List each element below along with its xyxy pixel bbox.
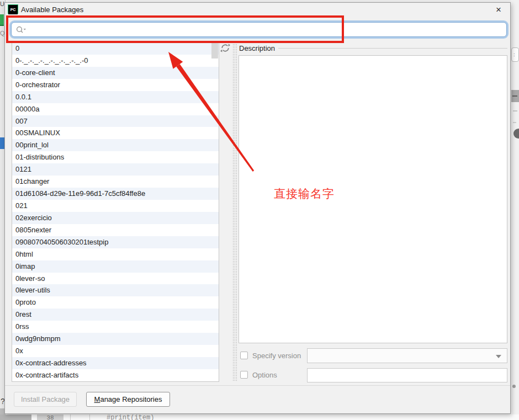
package-list-item[interactable]: 0html xyxy=(12,248,219,260)
package-name: 0-orchestrator xyxy=(15,81,60,89)
package-list-item[interactable]: 0-._.-._.-._.-._.-._.-._.-0 xyxy=(12,55,219,67)
package-name: 0x xyxy=(15,347,23,355)
package-list-item[interactable]: 0 xyxy=(12,42,219,55)
package-list-item[interactable]: 01d61084-d29e-11e9-96d1-7c5cf84ffe8e xyxy=(12,188,219,200)
package-name: 0rss xyxy=(15,322,29,331)
background-selection-fragment xyxy=(0,137,4,149)
package-name: 0imap xyxy=(15,262,35,270)
package-list-item[interactable]: 0.0.1 xyxy=(12,91,219,103)
background-editor-strip: 38 #print(item) xyxy=(0,414,519,420)
package-list-item[interactable]: 0imap xyxy=(12,260,219,273)
package-name: 090807040506030201testpip xyxy=(15,238,108,246)
package-name: 021 xyxy=(15,201,28,210)
package-list-item[interactable]: 0-core-client xyxy=(12,67,219,79)
package-list-item[interactable]: 0121 xyxy=(12,163,219,176)
search-icon[interactable] xyxy=(15,25,27,34)
options-input[interactable] xyxy=(307,368,507,382)
description-header-rule xyxy=(278,48,507,49)
package-list-item[interactable]: 0x xyxy=(12,345,219,357)
package-name: 01d61084-d29e-11e9-96d1-7c5cf84ffe8e xyxy=(15,189,145,198)
package-list-item[interactable]: 00SMALINUX xyxy=(12,127,219,139)
editor-gutter-divider xyxy=(70,414,71,420)
background-dot-fragment xyxy=(512,385,516,388)
dialog-titlebar[interactable]: PC Available Packages × xyxy=(5,3,510,17)
search-input[interactable] xyxy=(29,24,506,35)
background-tick-fragment xyxy=(513,122,516,123)
package-list-item[interactable]: 0rss xyxy=(12,321,219,333)
package-name: 0html xyxy=(15,250,33,258)
package-list-item[interactable]: 021 xyxy=(12,200,219,212)
pycharm-icon: PC xyxy=(8,5,18,14)
package-list-item[interactable]: 0805nexter xyxy=(12,224,219,236)
package-name: 00000a xyxy=(15,105,39,113)
package-name: 01changer xyxy=(15,177,49,185)
package-list-item[interactable]: 0lever-so xyxy=(12,273,219,285)
package-list: 0 0-._.-._.-._.-._.-._.-._.-0 0-core-cli… xyxy=(12,42,219,381)
package-name: 0-core-client xyxy=(15,68,55,77)
list-scrollbar-thumb[interactable] xyxy=(211,43,218,59)
chevron-down-icon xyxy=(496,355,501,358)
close-icon[interactable]: × xyxy=(492,4,505,16)
package-list-item[interactable]: 01-distributions xyxy=(12,151,219,163)
screen: Us Q ? : 38 #print(item) PC Available Pa… xyxy=(0,0,519,420)
package-list-item[interactable]: 0wdg9nbmpm xyxy=(12,333,219,345)
description-content xyxy=(239,55,507,343)
package-name: 0lever-utils xyxy=(15,286,50,294)
package-name: 0121 xyxy=(15,165,31,173)
package-name: 00print_lol xyxy=(15,141,49,149)
version-select[interactable] xyxy=(307,348,507,363)
package-name: 00SMALINUX xyxy=(15,129,60,137)
package-name: 0805nexter xyxy=(15,226,51,234)
background-tick-fragment xyxy=(513,110,517,111)
package-list-item[interactable]: 00print_lol xyxy=(12,139,219,151)
package-list-item[interactable]: 0x-contract-artifacts xyxy=(12,369,219,381)
package-search-field[interactable] xyxy=(11,22,507,37)
package-list-item[interactable]: 0lever-utils xyxy=(12,284,219,296)
package-list-item[interactable]: 0x-contract-addresses xyxy=(12,357,219,369)
description-label: Description xyxy=(239,44,275,52)
package-list-item[interactable]: 007 xyxy=(12,115,219,127)
package-list-item[interactable]: 02exercicio xyxy=(12,212,219,224)
specify-version-label: Specify version xyxy=(252,352,301,360)
background-scrollbar-fragment xyxy=(511,90,519,102)
package-name: 0proto xyxy=(15,298,36,306)
package-list-item[interactable]: 090807040506030201testpip xyxy=(12,236,219,248)
manage-repositories-mnemonic: M xyxy=(94,395,100,403)
package-name: 0-._.-._.-._.-._.-._.-._.-0 xyxy=(15,56,88,65)
editor-code-fragment: #print(item) xyxy=(107,414,154,420)
package-name: 0rest xyxy=(15,310,31,318)
background-field-fragment: : xyxy=(511,47,519,62)
package-name: 007 xyxy=(15,117,28,125)
dialog-title: Available Packages xyxy=(21,6,83,14)
specify-version-checkbox[interactable] xyxy=(240,352,248,359)
package-name: 0wdg9nbmpm xyxy=(15,334,61,343)
background-toolbar-fragment xyxy=(0,414,31,420)
package-name: 0x-contract-addresses xyxy=(15,359,87,367)
package-name: 02exercicio xyxy=(15,214,52,222)
package-list-item[interactable]: 0rest xyxy=(12,309,219,321)
package-list-item[interactable]: 0-orchestrator xyxy=(12,79,219,91)
editor-line-number: 38 xyxy=(37,414,63,420)
package-name: 0.0.1 xyxy=(15,93,31,101)
editor-gutter-divider xyxy=(89,414,90,420)
refresh-icon[interactable] xyxy=(220,43,230,53)
package-list-item[interactable]: 0proto xyxy=(12,296,219,309)
available-packages-dialog: PC Available Packages × 0 xyxy=(4,2,511,414)
options-label: Options xyxy=(252,371,277,379)
package-list-item[interactable]: 00000a xyxy=(12,103,219,115)
package-list-item[interactable]: 01changer xyxy=(12,176,219,188)
manage-repositories-button[interactable]: Manage Repositories xyxy=(86,392,170,407)
button-bar-divider xyxy=(5,385,510,386)
options-checkbox[interactable] xyxy=(240,371,248,379)
package-name: 0x-contract-artifacts xyxy=(15,371,78,379)
package-name: 01-distributions xyxy=(15,153,64,161)
package-list-panel: 0 0-._.-._.-._.-._.-._.-._.-0 0-core-cli… xyxy=(12,42,219,382)
background-ide-right-strip: : xyxy=(511,0,519,420)
description-header: Description xyxy=(239,44,507,52)
package-name: 0lever-so xyxy=(15,274,45,283)
install-package-button[interactable]: Install Package xyxy=(14,392,77,407)
background-arrow-fragment xyxy=(513,129,519,139)
package-name: 0 xyxy=(15,44,19,52)
panel-splitter[interactable] xyxy=(232,42,237,382)
manage-repositories-label: anage Repositories xyxy=(100,395,162,403)
